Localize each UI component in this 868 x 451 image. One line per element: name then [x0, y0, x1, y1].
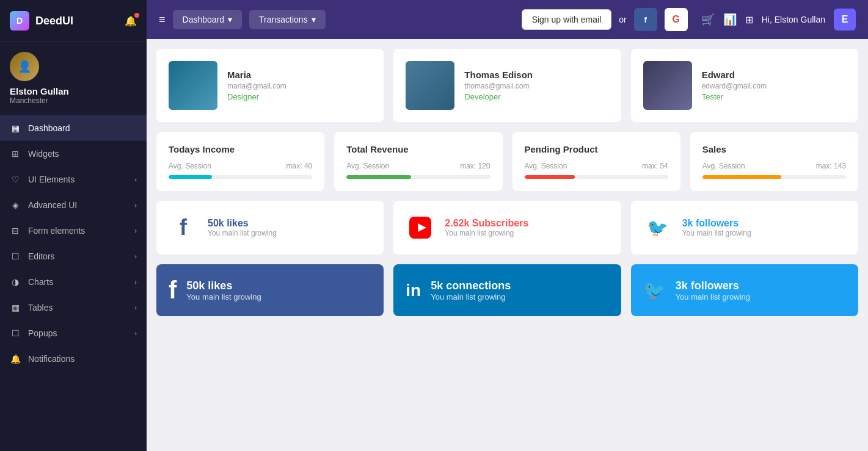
sidebar-item-tables[interactable]: ▦ Tables › [0, 295, 147, 320]
signup-email-button[interactable]: Sign up with email [522, 9, 612, 30]
sidebar-nav: ▦ Dashboard ⊞ Widgets ♡ UI Elements › ◈ … [0, 115, 147, 451]
facebook-icon: f [169, 213, 198, 242]
stat-title-2: Pending Product [525, 144, 668, 154]
banner-card-value-1: 5k connections [431, 280, 511, 292]
sidebar-item-notifications[interactable]: 🔔 Notifications [0, 346, 147, 372]
stat-max-label-3: max: 143 [816, 162, 846, 170]
topbar: ≡ Dashboard ▾ Transactions ▾ Sign up wit… [147, 0, 868, 39]
sidebar-logo: D DeedUI 🔔 [0, 0, 147, 42]
stat-avg-label-2: Avg. Session [525, 162, 567, 170]
profile-card-info-2: Edward edward@gmail.com Tester [702, 70, 767, 101]
chevron-right-icon: › [134, 227, 137, 234]
profile-card-2: Edward edward@gmail.com Tester [631, 49, 858, 122]
profile-card-name-0: Maria [227, 70, 286, 80]
banner-card-info-1: 5k connections You main list growing [431, 280, 511, 301]
google-signup-button[interactable]: G [665, 8, 688, 31]
profile-card-info-1: Thomas Edison thomas@gmail.com Developer [464, 70, 533, 101]
sidebar-item-widgets[interactable]: ⊞ Widgets [0, 141, 147, 167]
stat-card-1: Total Revenue Avg. Session max: 120 [334, 132, 502, 191]
grid-icon[interactable]: ⊞ [745, 14, 753, 26]
banner-card-0: f 50k likes You main list growing [156, 264, 384, 316]
stat-card-3: Sales Avg. Session max: 143 [690, 132, 858, 191]
sidebar-item-popups[interactable]: ☐ Popups › [0, 320, 147, 346]
popups-icon: ☐ [10, 328, 21, 338]
sidebar-item-label: Editors [28, 251, 55, 261]
stat-card-2: Pending Product Avg. Session max: 54 [512, 132, 680, 191]
banner-twitter-icon: 🐦 [643, 280, 666, 301]
sidebar-item-label: Advanced UI [28, 200, 77, 210]
topbar-user-avatar[interactable]: E [834, 9, 856, 31]
sidebar-item-advanced-ui[interactable]: ◈ Advanced UI › [0, 192, 147, 218]
profile-card-name-2: Edward [702, 70, 767, 80]
stat-title-0: Todays Income [169, 144, 312, 154]
chevron-down-icon: ▾ [312, 15, 316, 24]
social-stat-value-2: 3k followers [682, 218, 751, 229]
social-stat-info-0: 50k likes You main list growing [208, 218, 277, 237]
chart-icon[interactable]: 📊 [723, 13, 737, 26]
profile-card-role-2: Tester [702, 92, 767, 101]
menu-toggle-button[interactable]: ≡ [159, 13, 166, 26]
progress-bar-0 [169, 175, 312, 179]
sidebar-item-editors[interactable]: ☐ Editors › [0, 244, 147, 269]
profile-card-email-2: edward@gmail.com [702, 82, 767, 90]
sidebar-item-charts[interactable]: ◑ Charts › [0, 269, 147, 295]
banner-card-sub-2: You main list growing [676, 292, 750, 301]
banner-card-info-2: 3k followers You main list growing [676, 280, 750, 301]
stat-avg-label-1: Avg. Session [346, 162, 389, 170]
topbar-icons: 🛒 📊 ⊞ Hi, Elston Gullan E [701, 9, 856, 31]
dashboard-icon: ▦ [10, 123, 21, 133]
profile-card-avatar-1 [406, 61, 454, 110]
social-stat-card-1: 2.62k Subscribers You main list growing [393, 201, 621, 254]
stat-avg-label-0: Avg. Session [169, 162, 211, 170]
banner-cards-section: f 50k likes You main list growing in 5k … [156, 264, 858, 316]
profile-cards-section: Maria maria@gmail.com Designer Thomas Ed… [156, 49, 858, 122]
chevron-right-icon: › [134, 176, 137, 183]
transactions-label: Transactions [259, 15, 308, 24]
bell-button[interactable]: 🔔 [125, 15, 137, 27]
chevron-right-icon: › [134, 253, 137, 260]
profile-name: Elston Gullan [10, 86, 137, 96]
sidebar-item-label: Tables [28, 303, 53, 312]
profile-card-role-0: Designer [227, 92, 286, 101]
editors-icon: ☐ [10, 251, 21, 261]
social-stat-value-0: 50k likes [208, 218, 277, 229]
logo-text: DeedUI [35, 15, 73, 27]
progress-fill-1 [346, 175, 411, 179]
topbar-hi-text: Hi, Elston Gullan [762, 15, 825, 24]
progress-fill-0 [169, 175, 212, 179]
sidebar-item-label: Charts [28, 277, 53, 287]
sidebar-item-label: Widgets [28, 149, 59, 159]
main-area: ≡ Dashboard ▾ Transactions ▾ Sign up wit… [147, 0, 868, 451]
tables-icon: ▦ [10, 303, 21, 312]
facebook-signup-button[interactable]: f [634, 8, 657, 31]
profile-card-info-0: Maria maria@gmail.com Designer [227, 70, 286, 101]
chevron-right-icon: › [134, 278, 137, 286]
sidebar-item-form-elements[interactable]: ⊟ Form elements › [0, 218, 147, 244]
logo-icon: D [10, 11, 29, 31]
dashboard-label: Dashboard [183, 15, 225, 24]
social-stat-card-0: f 50k likes You main list growing [156, 201, 384, 254]
stat-max-label-1: max: 120 [460, 162, 490, 170]
banner-card-value-2: 3k followers [676, 280, 750, 292]
banner-card-sub-0: You main list growing [186, 292, 261, 301]
sidebar-item-label: Popups [28, 328, 57, 338]
stat-max-label-2: max: 54 [642, 162, 668, 170]
chevron-right-icon: › [134, 304, 137, 311]
transactions-dropdown-button[interactable]: Transactions ▾ [249, 10, 326, 29]
stat-title-1: Total Revenue [346, 144, 490, 154]
banner-card-1: in 5k connections You main list growing [393, 264, 621, 316]
sidebar-item-ui-elements[interactable]: ♡ UI Elements › [0, 167, 147, 192]
profile-card-1: Thomas Edison thomas@gmail.com Developer [393, 49, 621, 122]
bell-badge [134, 13, 139, 18]
banner-card-2: 🐦 3k followers You main list growing [631, 264, 858, 316]
social-stat-sub-2: You main list growing [682, 229, 751, 237]
cart-icon[interactable]: 🛒 [701, 13, 715, 26]
dashboard-dropdown-button[interactable]: Dashboard ▾ [173, 10, 243, 29]
content-area: Maria maria@gmail.com Designer Thomas Ed… [147, 39, 868, 451]
social-stat-info-1: 2.62k Subscribers You main list growing [445, 218, 528, 237]
sidebar-item-label: Form elements [28, 226, 85, 236]
sidebar-item-dashboard[interactable]: ▦ Dashboard [0, 115, 147, 141]
sidebar-item-label: Notifications [28, 354, 75, 364]
profile-card-role-1: Developer [464, 92, 533, 101]
progress-fill-2 [525, 175, 575, 179]
